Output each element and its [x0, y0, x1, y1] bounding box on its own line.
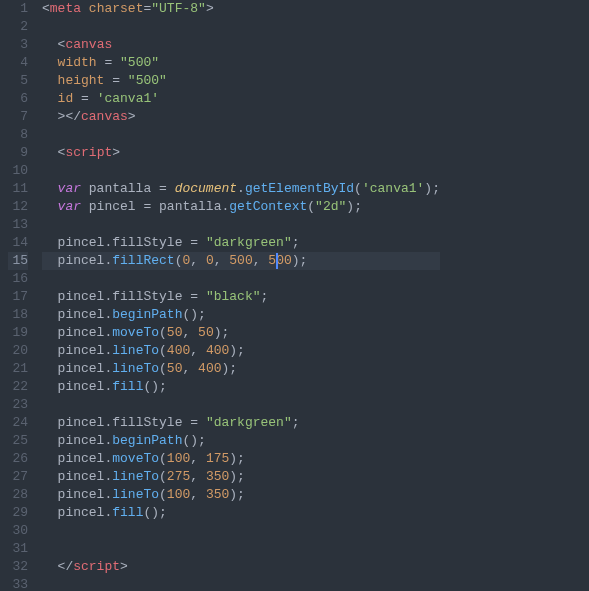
line-number: 3: [8, 36, 28, 54]
line-number: 8: [8, 126, 28, 144]
line-number: 14: [8, 234, 28, 252]
line-number: 4: [8, 54, 28, 72]
code-line[interactable]: [42, 576, 440, 591]
line-number: 9: [8, 144, 28, 162]
line-number: 12: [8, 198, 28, 216]
line-number: 26: [8, 450, 28, 468]
line-number: 16: [8, 270, 28, 288]
line-number: 17: [8, 288, 28, 306]
code-line[interactable]: pincel.fillRect(0, 0, 500, 500);: [42, 252, 440, 270]
line-number: 18: [8, 306, 28, 324]
code-line[interactable]: ></canvas>: [42, 108, 440, 126]
code-line[interactable]: [42, 162, 440, 180]
code-editor[interactable]: 1234567891011121314151617181920212223242…: [0, 0, 589, 591]
code-line[interactable]: pincel.beginPath();: [42, 306, 440, 324]
line-number: 24: [8, 414, 28, 432]
code-line[interactable]: [42, 396, 440, 414]
code-line[interactable]: [42, 540, 440, 558]
code-line[interactable]: pincel.fillStyle = "darkgreen";: [42, 234, 440, 252]
line-number: 2: [8, 18, 28, 36]
code-line[interactable]: </script>: [42, 558, 440, 576]
code-line[interactable]: var pantalla = document.getElementById('…: [42, 180, 440, 198]
line-number-gutter: 1234567891011121314151617181920212223242…: [0, 0, 38, 591]
line-number: 19: [8, 324, 28, 342]
code-line[interactable]: <canvas: [42, 36, 440, 54]
line-number: 32: [8, 558, 28, 576]
code-line[interactable]: pincel.lineTo(100, 350);: [42, 486, 440, 504]
code-line[interactable]: width = "500": [42, 54, 440, 72]
code-line[interactable]: pincel.lineTo(275, 350);: [42, 468, 440, 486]
code-area[interactable]: <meta charset="UTF-8"> <canvas width = "…: [38, 0, 448, 591]
line-number: 29: [8, 504, 28, 522]
code-line[interactable]: pincel.moveTo(100, 175);: [42, 450, 440, 468]
code-line[interactable]: pincel.fillStyle = "black";: [42, 288, 440, 306]
line-number: 7: [8, 108, 28, 126]
code-line[interactable]: pincel.lineTo(400, 400);: [42, 342, 440, 360]
code-line[interactable]: <script>: [42, 144, 440, 162]
line-number: 30: [8, 522, 28, 540]
line-number: 21: [8, 360, 28, 378]
code-line[interactable]: [42, 522, 440, 540]
code-line[interactable]: pincel.beginPath();: [42, 432, 440, 450]
line-number: 22: [8, 378, 28, 396]
line-number: 5: [8, 72, 28, 90]
line-number: 28: [8, 486, 28, 504]
line-number: 33: [8, 576, 28, 591]
line-number: 11: [8, 180, 28, 198]
code-line[interactable]: [42, 126, 440, 144]
line-number: 6: [8, 90, 28, 108]
code-line[interactable]: height = "500": [42, 72, 440, 90]
code-line[interactable]: pincel.fillStyle = "darkgreen";: [42, 414, 440, 432]
line-number: 23: [8, 396, 28, 414]
code-line[interactable]: var pincel = pantalla.getContext("2d");: [42, 198, 440, 216]
code-line[interactable]: pincel.fill();: [42, 504, 440, 522]
line-number: 13: [8, 216, 28, 234]
code-line[interactable]: [42, 270, 440, 288]
line-number: 10: [8, 162, 28, 180]
code-line[interactable]: id = 'canva1': [42, 90, 440, 108]
code-line[interactable]: pincel.moveTo(50, 50);: [42, 324, 440, 342]
code-line[interactable]: <meta charset="UTF-8">: [42, 0, 440, 18]
code-line[interactable]: pincel.fill();: [42, 378, 440, 396]
code-line[interactable]: pincel.lineTo(50, 400);: [42, 360, 440, 378]
line-number: 1: [8, 0, 28, 18]
code-line[interactable]: [42, 216, 440, 234]
code-line[interactable]: [42, 18, 440, 36]
line-number: 15: [8, 252, 28, 270]
text-cursor: [276, 253, 278, 269]
line-number: 31: [8, 540, 28, 558]
line-number: 20: [8, 342, 28, 360]
line-number: 25: [8, 432, 28, 450]
line-number: 27: [8, 468, 28, 486]
